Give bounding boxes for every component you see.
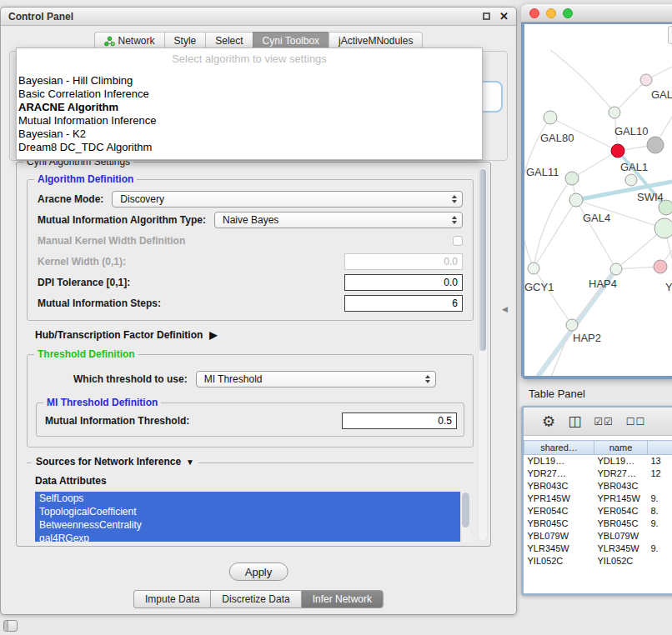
zoom-traffic-light-icon[interactable] (563, 8, 573, 18)
attributes-scrollbar[interactable] (460, 492, 470, 542)
dpi-tolerance-input[interactable] (344, 274, 463, 291)
which-threshold-row: Which threshold to use: MI Threshold (28, 368, 473, 389)
hub-definition-section[interactable]: Hub/Transcription Factor Definition ▶ (25, 322, 475, 348)
table-cell: YDR27… (594, 468, 648, 480)
stepper-icon (425, 375, 432, 383)
network-edge[interactable] (550, 325, 572, 376)
network-node[interactable] (544, 111, 557, 124)
aracne-mode-select[interactable]: Discovery (112, 191, 463, 208)
tab-network-label: Network (118, 35, 155, 47)
table-panel-window: ⚙ ◫ ☑☑ ☐☐ shared… name YDL19…YDL19…13YDR… (521, 406, 672, 596)
network-canvas-container[interactable]: GAL8GAL80GAL10GAL11GAL1SWI4GAL4GCY1HAP4H… (524, 24, 672, 376)
apply-button[interactable]: Apply (229, 562, 288, 581)
network-node[interactable] (528, 262, 539, 274)
dropdown-item[interactable]: Bayesian - K2 (17, 128, 482, 141)
network-node[interactable] (566, 319, 578, 331)
table-row[interactable]: YBL079WYBL079W (524, 530, 672, 542)
network-node[interactable] (569, 193, 583, 207)
network-scrollbar[interactable] (668, 26, 672, 44)
attribute-list-item[interactable]: TopologicalCoefficient (35, 505, 460, 518)
network-edge[interactable] (572, 151, 618, 178)
attribute-list-item[interactable]: BetweennessCentrality (35, 518, 460, 532)
table-row[interactable]: YPR145WYPR145W9. (524, 492, 672, 505)
table-row[interactable]: YIL052CYIL052C (524, 555, 672, 568)
network-node[interactable] (610, 263, 622, 275)
attr-items: SelfLoopsTopologicalCoefficientBetweenne… (35, 492, 460, 542)
which-threshold-select[interactable]: MI Threshold (196, 371, 436, 388)
network-edge[interactable] (614, 80, 646, 112)
network-edge[interactable] (534, 178, 572, 268)
gear-icon[interactable]: ⚙ (542, 412, 555, 431)
manual-kernel-width-label: Manual Kernel Width Definition (38, 235, 185, 247)
minimize-traffic-light-icon[interactable] (546, 8, 556, 18)
attribute-list-item[interactable]: gal4RGexp (35, 532, 460, 542)
network-window-titlebar[interactable] (521, 4, 672, 22)
column-header-name[interactable]: name (594, 441, 648, 455)
dropdown-item[interactable]: Dream8 DC_TDC Algorithm (17, 141, 482, 154)
dropdown-item[interactable]: ARACNE Algorithm (17, 101, 482, 114)
mi-threshold-definition-title: MI Threshold Definition (43, 397, 161, 408)
panel-splitter-handle[interactable]: ◀ (502, 305, 508, 313)
threshold-definition-group: Threshold Definition Which threshold to … (27, 354, 474, 448)
tab-discretize-data[interactable]: Discretize Data (210, 590, 300, 608)
network-edge[interactable] (534, 268, 572, 325)
control-panel-titlebar[interactable]: Control Panel ✕ (1, 8, 516, 26)
network-edge[interactable] (534, 200, 576, 268)
column-header-shared-name[interactable]: shared… (524, 441, 594, 455)
dropdown-placeholder-item[interactable]: Select algorithm to view settings (17, 51, 482, 74)
sources-section: Sources for Network Inference ▼ Data Att… (27, 462, 474, 542)
float-window-button[interactable] (483, 12, 490, 20)
attribute-list-item[interactable]: SelfLoops (35, 492, 460, 505)
tab-infer-network[interactable]: Infer Network (301, 590, 384, 608)
table-row[interactable]: YLR345WYLR345W9. (524, 542, 672, 555)
table-row[interactable]: YER054CYER054C8. (524, 505, 672, 518)
tab-impute-data[interactable]: Impute Data (133, 590, 210, 608)
close-traffic-light-icon[interactable] (529, 8, 539, 18)
attributes-scrollbar-thumb[interactable] (462, 492, 469, 528)
network-node[interactable] (654, 260, 667, 273)
table-row[interactable]: YDL19…YDL19…13 (524, 455, 672, 468)
dropdown-item[interactable]: Basic Correlation Inference (17, 88, 482, 101)
panel-toggle-icon[interactable] (3, 620, 18, 632)
network-node[interactable] (565, 172, 579, 185)
network-edge[interactable] (550, 50, 614, 112)
expand-right-icon[interactable]: ▶ (209, 329, 217, 341)
network-node[interactable] (609, 107, 620, 118)
table-cell: YBR043C (594, 480, 648, 492)
tab-jactivemnodules-label: jActiveMNodules (339, 35, 413, 47)
collapse-down-icon[interactable]: ▼ (186, 458, 194, 467)
close-icon[interactable]: ✕ (499, 11, 509, 22)
sources-header[interactable]: Sources for Network Inference ▼ (32, 456, 198, 468)
network-node[interactable] (654, 218, 672, 238)
table-row[interactable]: YBR043CYBR043C (524, 480, 672, 492)
network-node[interactable] (625, 174, 637, 186)
kernel-width-input[interactable] (344, 253, 463, 270)
network-view-window: GAL8GAL80GAL10GAL11GAL1SWI4GAL4GCY1HAP4H… (521, 4, 672, 379)
dropdown-item[interactable]: Mutual Information Inference (17, 114, 482, 128)
mi-algorithm-type-select[interactable]: Naive Bayes (214, 212, 463, 228)
table-row[interactable]: YDR27…YDR27…12 (524, 468, 672, 480)
deselect-all-icon[interactable]: ☐☐ (626, 416, 646, 428)
settings-scrollbar[interactable] (478, 167, 488, 542)
columns-icon[interactable]: ◫ (568, 412, 581, 430)
network-node[interactable] (640, 74, 652, 86)
mi-steps-input[interactable] (344, 295, 463, 312)
select-all-icon[interactable]: ☑☑ (594, 416, 614, 428)
mi-threshold-input[interactable] (342, 412, 457, 429)
settings-scrollbar-thumb[interactable] (479, 169, 486, 351)
network-node[interactable] (647, 137, 664, 153)
aracne-mode-row: Aracne Mode: Discovery (28, 188, 473, 209)
network-node[interactable] (611, 144, 624, 158)
dropdown-item[interactable]: Bayesian - Hill Climbing (17, 74, 482, 88)
table-cell: 9. (648, 492, 672, 505)
manual-kernel-width-checkbox[interactable] (453, 236, 463, 246)
table-row[interactable]: YBR045CYBR045C9. (524, 518, 672, 530)
column-header-extra[interactable] (648, 441, 672, 455)
algorithm-definition-group: Algorithm Definition Aracne Mode: Discov… (27, 179, 474, 321)
node-label: GAL11 (526, 166, 559, 178)
node-table: shared… name YDL19…YDL19…13YDR27…YDR27…1… (524, 440, 672, 568)
network-icon (104, 36, 115, 47)
bottom-tab-bar: Impute Data Discretize Data Infer Networ… (133, 590, 384, 608)
mi-type-row: Mutual Information Algorithm Type: Naive… (28, 209, 473, 230)
network-canvas[interactable]: GAL8GAL80GAL10GAL11GAL1SWI4GAL4GCY1HAP4H… (524, 24, 672, 376)
